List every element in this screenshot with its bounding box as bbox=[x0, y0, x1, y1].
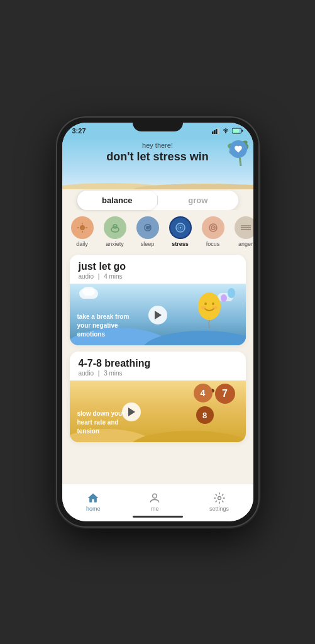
card-breathing-title: 4-7-8 breathing bbox=[79, 358, 237, 369]
svg-point-25 bbox=[179, 227, 181, 229]
home-icon bbox=[87, 492, 99, 504]
svg-point-28 bbox=[213, 227, 214, 228]
svg-point-13 bbox=[134, 184, 253, 189]
card-just-let-go[interactable]: just let go audio | 4 mins bbox=[70, 255, 246, 345]
svg-point-22 bbox=[146, 226, 150, 230]
play-button-1[interactable] bbox=[148, 306, 167, 325]
nav-home-label: home bbox=[86, 506, 101, 512]
nav-home[interactable]: home bbox=[86, 492, 101, 512]
battery-icon bbox=[232, 128, 243, 134]
categories-scroll[interactable]: daily anxiety sleep bbox=[62, 210, 253, 250]
number-4: 4 bbox=[194, 384, 213, 402]
gear-icon bbox=[213, 492, 226, 504]
nav-me-label: me bbox=[151, 506, 159, 512]
svg-point-36 bbox=[212, 303, 214, 305]
card-just-let-go-header: just let go audio | 4 mins bbox=[70, 255, 246, 284]
category-anger-icon bbox=[235, 216, 253, 239]
svg-point-39 bbox=[228, 288, 235, 298]
category-daily[interactable]: daily bbox=[70, 216, 95, 247]
category-sleep-label: sleep bbox=[141, 241, 155, 247]
signal-icon bbox=[212, 128, 219, 134]
category-sleep-icon bbox=[136, 216, 159, 239]
content-area: just let go audio | 4 mins bbox=[62, 250, 253, 447]
phone-notch bbox=[133, 118, 183, 131]
svg-rect-6 bbox=[241, 130, 243, 132]
svg-rect-0 bbox=[212, 131, 214, 134]
card-breathing-meta: audio | 3 mins bbox=[79, 370, 237, 377]
breathing-numbers: 4 7 8 bbox=[194, 384, 241, 424]
small-balloons bbox=[218, 287, 236, 308]
card-just-let-go-overlay-text: take a break fromyour negativeemotions bbox=[77, 313, 130, 339]
category-focus-icon bbox=[202, 216, 224, 239]
phone-frame: 3:27 bbox=[57, 118, 258, 526]
category-focus-label: focus bbox=[206, 241, 220, 247]
svg-point-38 bbox=[213, 306, 218, 309]
nav-settings-label: settings bbox=[209, 506, 229, 512]
svg-point-4 bbox=[225, 132, 226, 133]
svg-point-14 bbox=[80, 225, 85, 230]
category-anxiety-icon bbox=[104, 216, 126, 239]
wifi-icon bbox=[222, 128, 229, 134]
person-icon bbox=[148, 492, 161, 504]
category-daily-label: daily bbox=[76, 241, 88, 247]
home-indicator bbox=[133, 516, 183, 518]
category-daily-icon bbox=[71, 216, 94, 239]
card-breathing-image[interactable]: 4 7 8 slow down yourheart rate andtensio… bbox=[70, 380, 246, 442]
tab-balance[interactable]: balance bbox=[77, 191, 158, 210]
svg-point-40 bbox=[221, 294, 227, 302]
phone-screen: 3:27 bbox=[62, 123, 253, 521]
svg-point-37 bbox=[201, 306, 206, 309]
svg-rect-2 bbox=[216, 129, 218, 134]
card-breathing-type: audio bbox=[79, 370, 94, 377]
status-time: 3:27 bbox=[72, 127, 86, 135]
category-stress-label: stress bbox=[172, 241, 189, 247]
svg-point-35 bbox=[204, 303, 207, 305]
beach-decoration bbox=[62, 180, 253, 188]
tabs-container: balance grow bbox=[77, 191, 238, 210]
card-just-let-go-image[interactable]: take a break fromyour negativeemotions bbox=[70, 284, 246, 345]
status-icons bbox=[212, 128, 243, 134]
number-8: 8 bbox=[196, 406, 214, 424]
tab-grow[interactable]: grow bbox=[158, 191, 238, 210]
svg-point-33 bbox=[142, 331, 245, 345]
card-breathing[interactable]: 4-7-8 breathing audio | 3 mins bbox=[70, 352, 246, 442]
category-anger[interactable]: anger bbox=[233, 216, 253, 247]
category-anxiety[interactable]: anxiety bbox=[102, 216, 128, 247]
svg-point-42 bbox=[130, 431, 245, 442]
svg-rect-3 bbox=[218, 128, 219, 134]
nav-me[interactable]: me bbox=[148, 492, 161, 512]
header: hey there! don't let stress win bbox=[62, 138, 253, 188]
svg-point-21 bbox=[114, 226, 116, 227]
play-icon-1 bbox=[155, 311, 162, 319]
heart-button[interactable] bbox=[229, 140, 247, 158]
svg-point-47 bbox=[218, 496, 221, 499]
card-just-let-go-duration: 4 mins bbox=[104, 273, 122, 280]
card-just-let-go-type: audio bbox=[79, 273, 94, 280]
svg-rect-1 bbox=[214, 130, 216, 134]
card-breathing-header: 4-7-8 breathing audio | 3 mins bbox=[70, 352, 246, 380]
category-sleep[interactable]: sleep bbox=[135, 216, 160, 247]
tabs-wrapper: balance grow bbox=[62, 188, 253, 210]
card-breathing-overlay-text: slow down yourheart rate andtension bbox=[77, 409, 125, 436]
play-icon-2 bbox=[128, 408, 135, 416]
svg-point-46 bbox=[153, 494, 157, 498]
category-stress[interactable]: stress bbox=[168, 216, 193, 247]
header-title: don't let stress win bbox=[72, 150, 243, 164]
category-stress-icon bbox=[169, 216, 192, 239]
card-just-let-go-meta: audio | 4 mins bbox=[79, 273, 237, 280]
svg-rect-7 bbox=[233, 129, 239, 133]
cloud-2 bbox=[82, 287, 95, 296]
card-breathing-duration: 3 mins bbox=[104, 370, 122, 377]
nav-settings[interactable]: settings bbox=[209, 492, 229, 512]
header-greeting: hey there! bbox=[72, 142, 243, 149]
svg-point-19 bbox=[111, 227, 119, 232]
heart-icon bbox=[234, 145, 243, 153]
number-7: 7 bbox=[215, 384, 235, 404]
category-focus[interactable]: focus bbox=[201, 216, 226, 247]
card-just-let-go-title: just let go bbox=[79, 261, 237, 272]
category-anxiety-label: anxiety bbox=[106, 241, 124, 247]
category-anger-label: anger bbox=[238, 241, 253, 247]
